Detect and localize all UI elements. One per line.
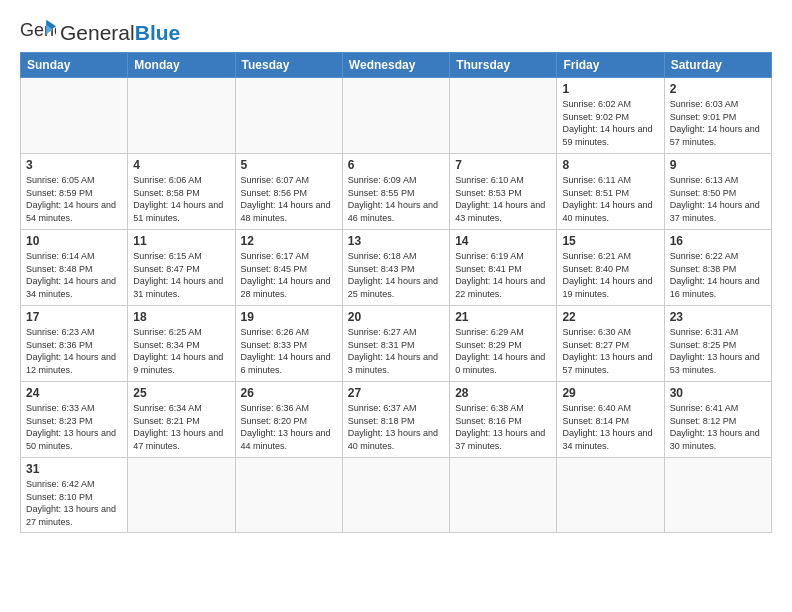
day-info: Sunrise: 6:15 AM Sunset: 8:47 PM Dayligh… — [133, 250, 229, 300]
day-info: Sunrise: 6:19 AM Sunset: 8:41 PM Dayligh… — [455, 250, 551, 300]
day-cell: 13Sunrise: 6:18 AM Sunset: 8:43 PM Dayli… — [342, 230, 449, 306]
day-number: 28 — [455, 386, 551, 400]
day-number: 11 — [133, 234, 229, 248]
day-number: 4 — [133, 158, 229, 172]
weekday-thursday: Thursday — [450, 53, 557, 78]
day-cell: 28Sunrise: 6:38 AM Sunset: 8:16 PM Dayli… — [450, 382, 557, 458]
day-info: Sunrise: 6:37 AM Sunset: 8:18 PM Dayligh… — [348, 402, 444, 452]
day-number: 8 — [562, 158, 658, 172]
day-info: Sunrise: 6:29 AM Sunset: 8:29 PM Dayligh… — [455, 326, 551, 376]
day-cell — [128, 78, 235, 154]
day-number: 17 — [26, 310, 122, 324]
day-cell: 23Sunrise: 6:31 AM Sunset: 8:25 PM Dayli… — [664, 306, 771, 382]
day-info: Sunrise: 6:33 AM Sunset: 8:23 PM Dayligh… — [26, 402, 122, 452]
day-cell: 29Sunrise: 6:40 AM Sunset: 8:14 PM Dayli… — [557, 382, 664, 458]
day-number: 7 — [455, 158, 551, 172]
day-number: 19 — [241, 310, 337, 324]
day-number: 27 — [348, 386, 444, 400]
day-number: 24 — [26, 386, 122, 400]
day-info: Sunrise: 6:07 AM Sunset: 8:56 PM Dayligh… — [241, 174, 337, 224]
day-cell: 20Sunrise: 6:27 AM Sunset: 8:31 PM Dayli… — [342, 306, 449, 382]
day-cell — [450, 458, 557, 533]
day-cell: 30Sunrise: 6:41 AM Sunset: 8:12 PM Dayli… — [664, 382, 771, 458]
day-info: Sunrise: 6:18 AM Sunset: 8:43 PM Dayligh… — [348, 250, 444, 300]
day-info: Sunrise: 6:23 AM Sunset: 8:36 PM Dayligh… — [26, 326, 122, 376]
weekday-wednesday: Wednesday — [342, 53, 449, 78]
day-info: Sunrise: 6:30 AM Sunset: 8:27 PM Dayligh… — [562, 326, 658, 376]
day-cell: 19Sunrise: 6:26 AM Sunset: 8:33 PM Dayli… — [235, 306, 342, 382]
day-cell: 22Sunrise: 6:30 AM Sunset: 8:27 PM Dayli… — [557, 306, 664, 382]
weekday-saturday: Saturday — [664, 53, 771, 78]
day-cell — [235, 78, 342, 154]
day-number: 18 — [133, 310, 229, 324]
generalblue-logo-icon: General — [20, 18, 56, 46]
day-cell: 8Sunrise: 6:11 AM Sunset: 8:51 PM Daylig… — [557, 154, 664, 230]
day-number: 5 — [241, 158, 337, 172]
week-row-0: 1Sunrise: 6:02 AM Sunset: 9:02 PM Daylig… — [21, 78, 772, 154]
day-cell: 26Sunrise: 6:36 AM Sunset: 8:20 PM Dayli… — [235, 382, 342, 458]
day-info: Sunrise: 6:10 AM Sunset: 8:53 PM Dayligh… — [455, 174, 551, 224]
day-number: 6 — [348, 158, 444, 172]
day-info: Sunrise: 6:05 AM Sunset: 8:59 PM Dayligh… — [26, 174, 122, 224]
week-row-1: 3Sunrise: 6:05 AM Sunset: 8:59 PM Daylig… — [21, 154, 772, 230]
day-cell: 10Sunrise: 6:14 AM Sunset: 8:48 PM Dayli… — [21, 230, 128, 306]
day-cell: 14Sunrise: 6:19 AM Sunset: 8:41 PM Dayli… — [450, 230, 557, 306]
day-cell: 5Sunrise: 6:07 AM Sunset: 8:56 PM Daylig… — [235, 154, 342, 230]
day-cell: 6Sunrise: 6:09 AM Sunset: 8:55 PM Daylig… — [342, 154, 449, 230]
day-cell — [342, 458, 449, 533]
day-number: 31 — [26, 462, 122, 476]
week-row-2: 10Sunrise: 6:14 AM Sunset: 8:48 PM Dayli… — [21, 230, 772, 306]
day-info: Sunrise: 6:03 AM Sunset: 9:01 PM Dayligh… — [670, 98, 766, 148]
day-number: 29 — [562, 386, 658, 400]
day-cell: 12Sunrise: 6:17 AM Sunset: 8:45 PM Dayli… — [235, 230, 342, 306]
day-info: Sunrise: 6:11 AM Sunset: 8:51 PM Dayligh… — [562, 174, 658, 224]
day-info: Sunrise: 6:02 AM Sunset: 9:02 PM Dayligh… — [562, 98, 658, 148]
day-number: 12 — [241, 234, 337, 248]
day-number: 20 — [348, 310, 444, 324]
day-cell: 4Sunrise: 6:06 AM Sunset: 8:58 PM Daylig… — [128, 154, 235, 230]
day-cell — [342, 78, 449, 154]
day-info: Sunrise: 6:31 AM Sunset: 8:25 PM Dayligh… — [670, 326, 766, 376]
weekday-header-row: SundayMondayTuesdayWednesdayThursdayFrid… — [21, 53, 772, 78]
day-number: 13 — [348, 234, 444, 248]
day-number: 26 — [241, 386, 337, 400]
day-number: 22 — [562, 310, 658, 324]
day-cell: 17Sunrise: 6:23 AM Sunset: 8:36 PM Dayli… — [21, 306, 128, 382]
week-row-3: 17Sunrise: 6:23 AM Sunset: 8:36 PM Dayli… — [21, 306, 772, 382]
weekday-monday: Monday — [128, 53, 235, 78]
day-cell: 15Sunrise: 6:21 AM Sunset: 8:40 PM Dayli… — [557, 230, 664, 306]
day-cell — [557, 458, 664, 533]
day-info: Sunrise: 6:36 AM Sunset: 8:20 PM Dayligh… — [241, 402, 337, 452]
day-info: Sunrise: 6:41 AM Sunset: 8:12 PM Dayligh… — [670, 402, 766, 452]
day-info: Sunrise: 6:38 AM Sunset: 8:16 PM Dayligh… — [455, 402, 551, 452]
header: General GeneralBlue — [20, 18, 772, 46]
day-number: 21 — [455, 310, 551, 324]
day-number: 1 — [562, 82, 658, 96]
day-number: 15 — [562, 234, 658, 248]
day-cell: 7Sunrise: 6:10 AM Sunset: 8:53 PM Daylig… — [450, 154, 557, 230]
day-info: Sunrise: 6:09 AM Sunset: 8:55 PM Dayligh… — [348, 174, 444, 224]
day-info: Sunrise: 6:22 AM Sunset: 8:38 PM Dayligh… — [670, 250, 766, 300]
day-cell — [235, 458, 342, 533]
day-number: 3 — [26, 158, 122, 172]
weekday-tuesday: Tuesday — [235, 53, 342, 78]
day-cell — [664, 458, 771, 533]
day-cell: 24Sunrise: 6:33 AM Sunset: 8:23 PM Dayli… — [21, 382, 128, 458]
day-info: Sunrise: 6:34 AM Sunset: 8:21 PM Dayligh… — [133, 402, 229, 452]
weekday-sunday: Sunday — [21, 53, 128, 78]
day-info: Sunrise: 6:42 AM Sunset: 8:10 PM Dayligh… — [26, 478, 122, 528]
day-cell: 31Sunrise: 6:42 AM Sunset: 8:10 PM Dayli… — [21, 458, 128, 533]
day-cell: 9Sunrise: 6:13 AM Sunset: 8:50 PM Daylig… — [664, 154, 771, 230]
day-cell — [450, 78, 557, 154]
day-cell: 21Sunrise: 6:29 AM Sunset: 8:29 PM Dayli… — [450, 306, 557, 382]
calendar: SundayMondayTuesdayWednesdayThursdayFrid… — [20, 52, 772, 533]
day-info: Sunrise: 6:25 AM Sunset: 8:34 PM Dayligh… — [133, 326, 229, 376]
day-info: Sunrise: 6:27 AM Sunset: 8:31 PM Dayligh… — [348, 326, 444, 376]
day-cell — [21, 78, 128, 154]
day-number: 16 — [670, 234, 766, 248]
day-cell — [128, 458, 235, 533]
day-cell: 3Sunrise: 6:05 AM Sunset: 8:59 PM Daylig… — [21, 154, 128, 230]
week-row-5: 31Sunrise: 6:42 AM Sunset: 8:10 PM Dayli… — [21, 458, 772, 533]
day-info: Sunrise: 6:21 AM Sunset: 8:40 PM Dayligh… — [562, 250, 658, 300]
page: General GeneralBlue SundayMondayTuesdayW… — [0, 0, 792, 543]
